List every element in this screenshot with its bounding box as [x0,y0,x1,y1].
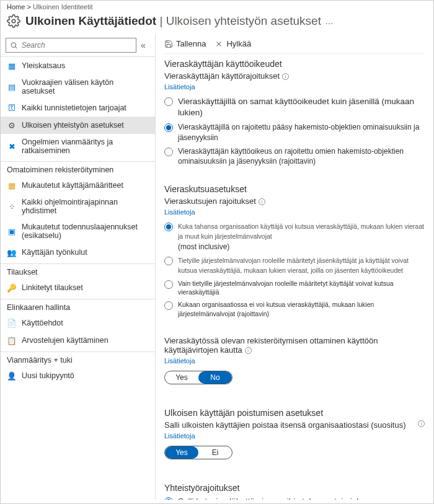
user-flows-icon: 👥 [7,247,17,257]
breadcrumb-home[interactable]: Home > [7,3,31,11]
reviews-icon: 📋 [7,335,17,345]
collab-opt1[interactable]: Salli kutsujen lähettäminen mihin tahans… [164,494,425,500]
sidebar-item-label: Linkitetyt tilaukset [22,283,83,292]
leave-learn-link[interactable]: Lisätietoja [164,432,195,440]
sidebar-item-custom-attrs[interactable]: ▦ Mukautetut käyttäjämääritteet [1,177,155,194]
guest-invite-learn-link[interactable]: Lisätietoja [164,208,195,216]
sidebar-item-label: Vuokraajien välisen käytön asetukset [22,78,149,95]
search-input[interactable] [6,38,136,53]
sidebar-item-new-support[interactable]: 👤 Uusi tukipyyntö [1,367,155,384]
sidebar-section-subscriptions: Tilaukset [1,263,155,279]
diagnose-icon: ✖ [7,141,17,151]
terms-icon: 📄 [7,318,17,328]
selfservice-toggle[interactable]: Yes No [164,371,232,384]
guest-invite-sub: Vieraskutsujen rajoitukseti [164,197,425,206]
support-icon: 👤 [7,371,17,381]
key-icon: ⚿ [7,103,17,113]
guest-access-learn-link[interactable]: Lisätietoja [164,83,195,91]
leave-sub: Salli ulkoisten käyttäjien poistaa itsen… [164,420,425,430]
toolbar: Tallenna Hylkää [164,38,425,54]
guest-access-heading: Vieraskäyttäjän käyttöoikeudet [164,59,425,69]
info-icon[interactable]: i [418,420,425,427]
key-yellow-icon: 🔑 [7,283,17,293]
sidebar-item-label: Kaikki ohjelmointirajapinnan yhdistimet [22,198,149,215]
toggle-no[interactable]: No [198,371,232,384]
guest-invite-heading: Vieraskutsuasetukset [164,184,425,194]
save-icon [164,40,173,48]
sidebar-item-terms[interactable]: 📄 Käyttöehdot [1,314,155,332]
sidebar-item-external-collab[interactable]: ⚙ Ulkoisen yhteistyön asetukset [1,117,155,134]
gear-icon [7,14,20,28]
leave-toggle[interactable]: Yes Ei [164,446,232,459]
sidebar-item-user-flows[interactable]: 👥 Käyttäjän työnkulut [1,244,155,261]
sidebar-section-support: Vianmääritys + tuki [1,351,155,367]
svg-point-0 [12,19,16,23]
sidebar-item-diagnose[interactable]: ✖ Ongelmien vianmääritys ja ratkaisemine… [1,134,155,159]
breadcrumb: Home > Ulkoinen Identiteetit [1,1,433,12]
gear-small-icon: ⚙ [7,120,17,130]
sidebar-item-access-reviews[interactable]: 📋 Arvostelujen käyttäminen [1,332,155,349]
content-panel: Tallenna Hylkää Vieraskäyttäjän käyttöoi… [156,34,433,500]
guest-invite-opt3[interactable]: Vain tietyille järjestelmänvalvojan rool… [164,277,425,298]
sidebar-item-overview[interactable]: ▦ Yleiskatsaus [1,57,155,74]
toggle-yes[interactable]: Yes [165,446,198,459]
sidebar-item-cross-tenant[interactable]: ▤ Vuokraajien välisen käytön asetukset [1,74,155,99]
selfservice-heading: Vieraskäytössä olevan rekisteröitymisen … [164,336,425,355]
sidebar-item-label: Yleiskatsaus [22,61,65,70]
discard-button[interactable]: Hylkää [215,39,251,48]
sidebar-item-label: Mukautetut käyttäjämääritteet [22,181,123,190]
guest-invite-opt2[interactable]: Tietyille järjestelmänvalvojan rooleille… [164,254,425,277]
auth-ext-icon: ▣ [7,226,17,236]
save-button[interactable]: Tallenna [164,39,206,48]
guest-access-opt3[interactable]: Vieraskäyttäjän käyttöoikeus on rajoitet… [164,144,425,168]
search-icon [10,41,18,50]
connectors-icon: ⁘ [7,201,17,211]
leave-heading: Ulkoisen käyttäjän poistumisen asetukset [164,408,425,418]
sidebar-item-label: Uusi tukipyyntö [22,371,74,380]
sidebar-item-label: Kaikki tunnistetietojen tarjoajat [22,104,126,112]
sidebar-item-auth-ext[interactable]: ▣ Mukautetut todennuslaajennukset (esika… [1,219,155,244]
selfservice-learn-link[interactable]: Lisätietoja [164,357,195,365]
info-icon[interactable]: i [245,347,252,354]
sidebar-item-label: Ongelmien vianmääritys ja ratkaiseminen [22,138,149,155]
sidebar-section-lifecycle: Elinkaaren hallinta [1,299,155,314]
toggle-yes[interactable]: Yes [165,371,198,384]
svg-point-1 [11,43,16,47]
sidebar-item-label: Käyttäjän työnkulut [22,248,87,257]
sidebar-section-selfservice: Omatoiminen rekisteröityminen [1,161,155,177]
toggle-no[interactable]: Ei [198,446,232,459]
more-icon[interactable]: … [325,16,334,26]
discard-icon [215,40,223,48]
guest-access-opt2[interactable]: Vieraskäyttäjillä on rajoitettu pääsy ha… [164,120,425,144]
guest-access-sub: Vieraskäyttäjän käyttörajoitukseti [164,71,425,81]
guest-invite-opt4[interactable]: Kukaan organisaatiossa ei voi kutsua vie… [164,298,425,319]
sidebar-item-linked-subs[interactable]: 🔑 Linkitetyt tilaukset [1,279,155,296]
breadcrumb-current: Ulkoinen Identiteetit [33,3,93,11]
guest-access-opt1[interactable]: Vieraskäyttäjillä on samat käyttöoikeude… [164,94,425,120]
info-icon[interactable]: i [259,198,265,205]
sidebar: « ▦ Yleiskatsaus ▤ Vuokraajien välisen k… [1,34,156,500]
info-icon[interactable]: i [282,73,289,80]
page-header: Ulkoinen Käyttäjätiedot | Ulkoisen yhtei… [1,12,433,34]
svg-line-2 [16,46,17,48]
attrs-icon: ▦ [7,180,17,190]
collapse-sidebar-button[interactable]: « [136,40,150,50]
sidebar-item-label: Käyttöehdot [22,319,63,327]
sidebar-item-label: Arvostelujen käyttäminen [22,336,108,345]
sidebar-item-label: Ulkoisen yhteistyön asetukset [22,121,124,130]
collab-heading: Yhteistyörajoitukset [164,483,425,493]
sidebar-item-idp[interactable]: ⚿ Kaikki tunnistetietojen tarjoajat [1,99,155,117]
sidebar-item-api-connectors[interactable]: ⁘ Kaikki ohjelmointirajapinnan yhdistime… [1,194,155,219]
cross-tenant-icon: ▤ [7,82,17,92]
guest-invite-opt1[interactable]: Kuka tahansa organisaation käyttäjä voi … [164,219,425,254]
overview-icon: ▦ [7,61,17,71]
page-title: Ulkoinen Käyttäjätiedot | Ulkoisen yhtei… [25,14,321,28]
sidebar-item-label: Mukautetut todennuslaajennukset (esikats… [22,223,149,240]
